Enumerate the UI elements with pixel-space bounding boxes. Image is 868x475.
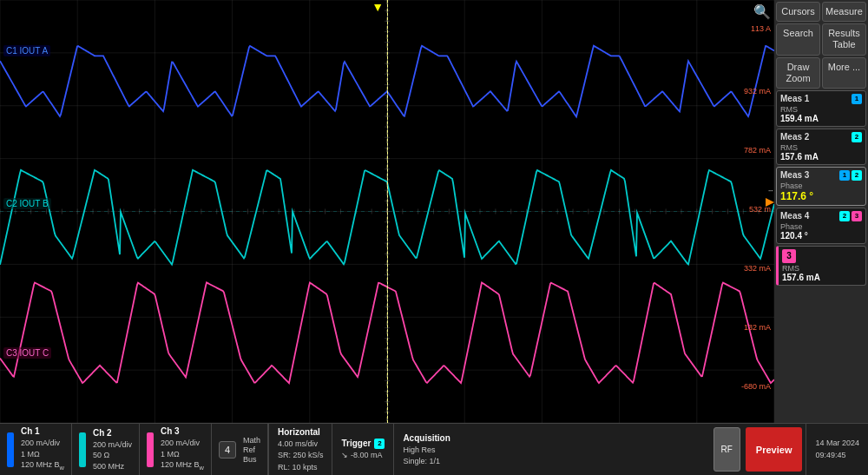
y-label-113A: 113 A [751,24,771,33]
scope-search-icon[interactable]: 🔍 [753,3,771,20]
top-trigger-indicator: ▼ [372,0,384,14]
ch3-line1: 200 mA/div [161,438,204,449]
ch3-rms-box[interactable]: 3 RMS 157.6 mA [776,246,866,286]
ch2-line1: 200 mA/div [93,439,132,451]
meas4-value: 120.4 ° [780,231,862,241]
time-text: 09:49:45 [815,450,859,462]
bus-label: Bus [243,455,260,464]
trigger-value: ↘ -8.00 mA [341,450,385,462]
y-label-782mA: 782 mA [744,146,771,155]
ch3-rms-type: RMS [782,264,862,273]
ch1-line2: 1 MΩ [21,449,64,460]
horizontal-line3: RL: 10 kpts [278,462,324,474]
ch3-rms-badge: 3 [782,249,796,263]
bottom-btn-row: Draw Zoom More ... [776,57,866,89]
ch4-section: 4 Math Ref Bus [212,424,268,475]
y-label-132mA: 132 mA [744,323,771,332]
meas2-label: Meas 2 [780,132,809,142]
meas2-value: 157.6 mA [780,152,862,162]
meas1-ch-badge: 1 [852,94,862,104]
acquisition-line2: Single: 1/1 [403,456,450,468]
ref-label: Ref [243,445,260,454]
main-area: 113 A 932 mA 782 mA 532 m 332 mA 132 mA … [0,0,868,423]
horizontal-title: Horizontal [278,426,324,439]
meas3-box[interactable]: Meas 3 1 2 Phase 117.6 ° [776,167,866,206]
cursor-center-line [387,0,388,423]
ch3-line3: 120 MHz Bw [161,459,204,472]
meas4-type: Phase [780,222,862,231]
trigger-title: Trigger [341,437,371,450]
meas1-label: Meas 1 [780,94,809,103]
more-button[interactable]: More ... [822,57,866,89]
trigger-section: Trigger 2 ↘ -8.00 mA [332,424,393,475]
ch3-line2: 1 MΩ [161,449,204,460]
horizontal-section: Horizontal 4.00 ms/div SR: 250 kS/s RL: … [268,424,332,475]
bottom-bar: Ch 1 200 mA/div 1 MΩ 120 MHz Bw Ch 2 200… [0,423,868,475]
top-btn-row: Cursors Measure [776,2,866,22]
horizontal-line1: 4.00 ms/div [278,439,324,451]
ch1-name: Ch 1 [21,426,64,438]
meas3-label: Meas 3 [780,170,809,180]
math-ref-bus: Math Ref Bus [243,436,260,464]
ch3-name: Ch 3 [161,426,204,438]
meas1-box[interactable]: Meas 1 1 RMS 159.4 mA [776,90,866,127]
meas4-box[interactable]: Meas 4 2 3 Phase 120.4 ° [776,208,866,244]
ch1-label: C1 IOUT A [3,45,50,56]
meas1-value: 159.4 mA [780,114,862,123]
math-label: Math [243,436,260,445]
acquisition-section: Acquisition High Res Single: 1/1 [393,424,458,475]
ch4-badge: 4 [219,441,236,459]
ch2-line2: 50 Ω [93,450,132,461]
ch1-line3: 120 MHz Bw [21,459,64,472]
trigger-arrow [766,198,774,207]
meas2-box[interactable]: Meas 2 2 RMS 157.6 mA [776,129,866,165]
spacer [459,424,712,475]
datetime-section: 14 Mar 2024 09:49:45 [806,424,868,475]
cursors-button[interactable]: Cursors [776,2,820,22]
meas3-ch1-badge: 1 [839,170,850,181]
scope-dots-menu[interactable]: ··· [768,186,773,195]
measure-button[interactable]: Measure [822,2,866,22]
meas1-type: RMS [780,105,862,114]
search-button[interactable]: Search [776,23,820,55]
date-text: 14 Mar 2024 [815,438,859,450]
meas3-type: Phase [780,181,862,190]
meas3-ch2-badge: 2 [852,170,862,181]
ch2-name: Ch 2 [93,427,132,439]
ch2-info: Ch 2 200 mA/div 50 Ω 500 MHz [72,424,140,475]
meas4-ch3-badge: 3 [852,211,862,221]
acquisition-title: Acquisition [403,432,450,445]
results-table-button[interactable]: Results Table [822,23,866,55]
ch2-line3: 500 MHz [93,461,132,472]
mid-btn-row: Search Results Table [776,23,866,55]
right-panel: Cursors Measure Search Results Table Dra… [774,0,868,423]
trigger-ch-badge: 2 [374,439,385,449]
scope-screen: 113 A 932 mA 782 mA 532 m 332 mA 132 mA … [0,0,774,423]
y-label-332mA: 332 mA [744,264,771,273]
preview-button[interactable]: Preview [746,427,803,472]
ch2-details: Ch 2 200 mA/div 50 Ω 500 MHz [93,427,132,472]
ch1-line1: 200 mA/div [21,438,64,449]
ch3-label: C3 IOUT C [3,347,51,359]
acquisition-line1: High Res [403,445,450,457]
horizontal-line2: SR: 250 kS/s [278,450,324,462]
ch1-info: Ch 1 200 mA/div 1 MΩ 120 MHz Bw [0,424,72,475]
ch3-rms-value: 157.6 mA [782,273,862,282]
meas2-ch-badge: 2 [852,132,862,142]
draw-zoom-button[interactable]: Draw Zoom [776,57,820,89]
ch3-details: Ch 3 200 mA/div 1 MΩ 120 MHz Bw [161,426,204,472]
ch2-indicator [79,432,86,467]
meas3-value: 117.6 ° [780,190,862,202]
ch2-label: C2 IOUT B [3,198,51,209]
ch3-info: Ch 3 200 mA/div 1 MΩ 120 MHz Bw [140,424,212,475]
y-label-680mA: -680 mA [741,382,771,391]
meas4-ch2-badge: 2 [839,211,850,221]
meas2-type: RMS [780,143,862,152]
ch1-details: Ch 1 200 mA/div 1 MΩ 120 MHz Bw [21,426,64,472]
ch1-indicator [7,432,14,467]
rf-button[interactable]: RF [713,427,740,472]
y-label-932mA: 932 mA [744,87,771,96]
meas4-label: Meas 4 [780,211,809,221]
ch3-indicator [147,432,154,467]
